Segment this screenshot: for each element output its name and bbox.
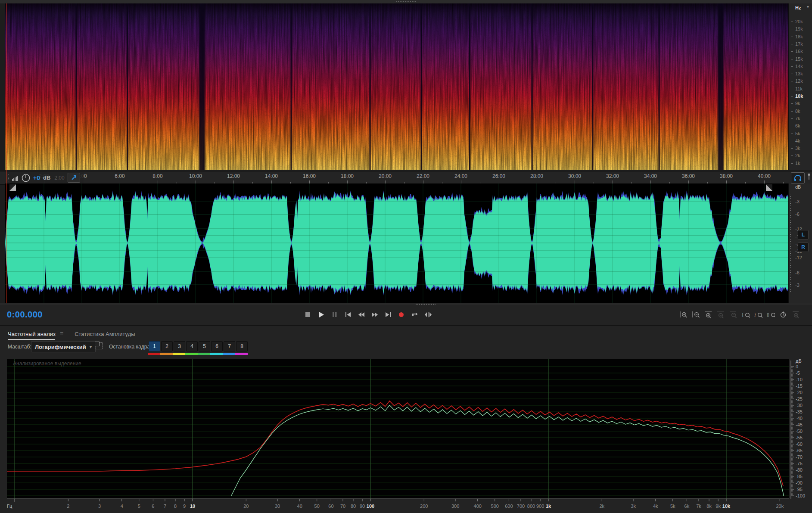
hold-slot-3: 3 bbox=[174, 341, 185, 355]
zoom-in-amplitude-button[interactable] bbox=[679, 308, 688, 321]
record-button[interactable] bbox=[397, 308, 406, 321]
timeline-label: 38:00 bbox=[720, 173, 733, 179]
svg-text:1k: 1k bbox=[546, 504, 551, 509]
zoom-out-amplitude-icon bbox=[692, 311, 700, 318]
zoom-in-time-button[interactable] bbox=[704, 308, 712, 321]
svg-text:дБ: дБ bbox=[796, 358, 802, 364]
timeline-label: 20:00 bbox=[379, 173, 392, 179]
fast-forward-icon bbox=[371, 311, 379, 318]
hold-slot-6: 6 bbox=[211, 341, 223, 355]
svg-text:30: 30 bbox=[275, 504, 280, 509]
zoom-out-amplitude-button[interactable] bbox=[691, 308, 700, 321]
skip-forward-button[interactable] bbox=[383, 308, 393, 321]
svg-text:-100: -100 bbox=[796, 493, 805, 498]
track-gap bbox=[531, 3, 533, 170]
spectral-freq-tick: 11k bbox=[795, 86, 803, 91]
transport-bar: 0:00.000 {}{} bbox=[0, 305, 812, 326]
svg-text:8: 8 bbox=[174, 504, 177, 509]
hold-slot-1: 1 bbox=[149, 341, 160, 355]
skip-back-icon bbox=[344, 311, 352, 318]
tab-amplitude-statistics[interactable]: Статистика Амплитуды bbox=[75, 327, 135, 341]
svg-text:5k: 5k bbox=[670, 504, 675, 509]
toolbar-grip-icon[interactable] bbox=[7, 174, 9, 182]
svg-text:}: } bbox=[754, 312, 756, 317]
spectral-freq-tick: 5k bbox=[795, 131, 800, 136]
timeline-label: 22:00 bbox=[417, 173, 429, 179]
spectral-unit-label: Hz bbox=[795, 5, 801, 10]
playhead[interactable] bbox=[6, 3, 6, 303]
spectral-freq-tick: 10k bbox=[795, 93, 803, 99]
monitor-button[interactable] bbox=[791, 172, 805, 183]
skip-back-button[interactable] bbox=[343, 308, 353, 321]
skip-mode-button[interactable] bbox=[423, 308, 433, 321]
svg-text:-45: -45 bbox=[796, 422, 803, 427]
scale-dropdown[interactable]: Логарифмический ▾ bbox=[31, 341, 96, 352]
right-channel-button[interactable]: R bbox=[798, 243, 809, 252]
copy-data-icon[interactable] bbox=[96, 342, 103, 349]
marker-pin-icon[interactable] bbox=[806, 173, 812, 181]
tab-frequency-analysis[interactable]: Частотный анализ bbox=[8, 327, 56, 341]
clip-gain-toolbar[interactable]: +0 dB 2:00 bbox=[5, 172, 84, 183]
gain-knob-icon[interactable] bbox=[22, 174, 30, 182]
hold-button-1[interactable]: 1 bbox=[149, 341, 160, 351]
svg-text:-40: -40 bbox=[796, 416, 803, 421]
rewind-button[interactable] bbox=[357, 308, 366, 321]
zoom-full-icon bbox=[792, 311, 800, 318]
zoom-full-button[interactable] bbox=[791, 308, 800, 321]
hold-button-5[interactable]: 5 bbox=[199, 341, 210, 351]
svg-text:400: 400 bbox=[474, 504, 482, 509]
restore-zoom-button[interactable] bbox=[779, 308, 787, 321]
svg-text:10k: 10k bbox=[722, 504, 731, 509]
svg-text:700: 700 bbox=[517, 504, 525, 509]
svg-text:-85: -85 bbox=[796, 474, 803, 479]
hold-button-8[interactable]: 8 bbox=[236, 341, 248, 351]
svg-text:7k: 7k bbox=[696, 504, 701, 509]
stop-button[interactable] bbox=[303, 308, 313, 321]
hold-button-2[interactable]: 2 bbox=[161, 341, 173, 351]
left-channel-button[interactable]: L bbox=[798, 230, 809, 239]
tick-mark bbox=[791, 118, 793, 119]
hold-button-4[interactable]: 4 bbox=[186, 341, 198, 351]
hold-slot-7: 7 bbox=[224, 341, 235, 355]
loop-button[interactable] bbox=[410, 308, 420, 321]
svg-text:50: 50 bbox=[314, 504, 320, 509]
timeline-ruler[interactable]: 2:004:006:008:0010:0012:0014:0016:0018:0… bbox=[0, 171, 812, 185]
gain-value[interactable]: +0 bbox=[33, 174, 40, 181]
chevron-down-icon: ▾ bbox=[90, 345, 92, 349]
track-gap bbox=[469, 3, 470, 170]
hold-button-7[interactable]: 7 bbox=[224, 341, 235, 351]
spectral-freq-tick: 15k bbox=[795, 56, 803, 62]
track-gap bbox=[369, 3, 371, 170]
svg-text:-65: -65 bbox=[796, 448, 803, 453]
time-display[interactable]: 0:00.000 bbox=[7, 310, 43, 320]
hold-button-6[interactable]: 6 bbox=[211, 341, 223, 351]
timeline-label: 34:00 bbox=[644, 173, 657, 179]
play-button[interactable] bbox=[317, 308, 326, 321]
zoom-selection-button[interactable]: {} bbox=[766, 308, 775, 321]
zoom-out-point-button[interactable]: } bbox=[754, 308, 762, 321]
timeline-label: 28:00 bbox=[530, 173, 543, 179]
fade-in-handle[interactable] bbox=[9, 184, 16, 191]
zoom-reset-button[interactable] bbox=[729, 308, 737, 321]
spectrogram-display[interactable] bbox=[5, 3, 788, 170]
zoom-in-point-button[interactable]: { bbox=[741, 308, 750, 321]
panel-menu-icon[interactable]: ≡ bbox=[60, 330, 63, 337]
zoom-out-time-button[interactable] bbox=[716, 308, 725, 321]
svg-text:300: 300 bbox=[451, 504, 459, 509]
drag-grip-icon[interactable] bbox=[396, 1, 416, 2]
panel-dropdown-icon[interactable]: ▾ bbox=[807, 4, 809, 9]
snap-pin-button[interactable] bbox=[68, 173, 80, 183]
hold-button-3[interactable]: 3 bbox=[174, 341, 185, 351]
svg-text:20k: 20k bbox=[776, 504, 784, 509]
tick-mark bbox=[791, 126, 793, 126]
tick-mark bbox=[791, 111, 793, 112]
skip-forward-icon bbox=[384, 311, 392, 318]
gain-unit-label: dB bbox=[43, 174, 50, 181]
pause-button[interactable] bbox=[330, 308, 339, 321]
fade-out-handle[interactable] bbox=[766, 184, 772, 191]
spectral-freq-tick: 2k bbox=[795, 153, 800, 158]
waveform-db-scale: dB -3-6-12-18-∞-18-12-6-3 L R bbox=[788, 183, 812, 303]
hold-color-bar bbox=[235, 353, 248, 355]
fast-forward-button[interactable] bbox=[370, 308, 380, 321]
waveform-display[interactable] bbox=[5, 183, 788, 303]
